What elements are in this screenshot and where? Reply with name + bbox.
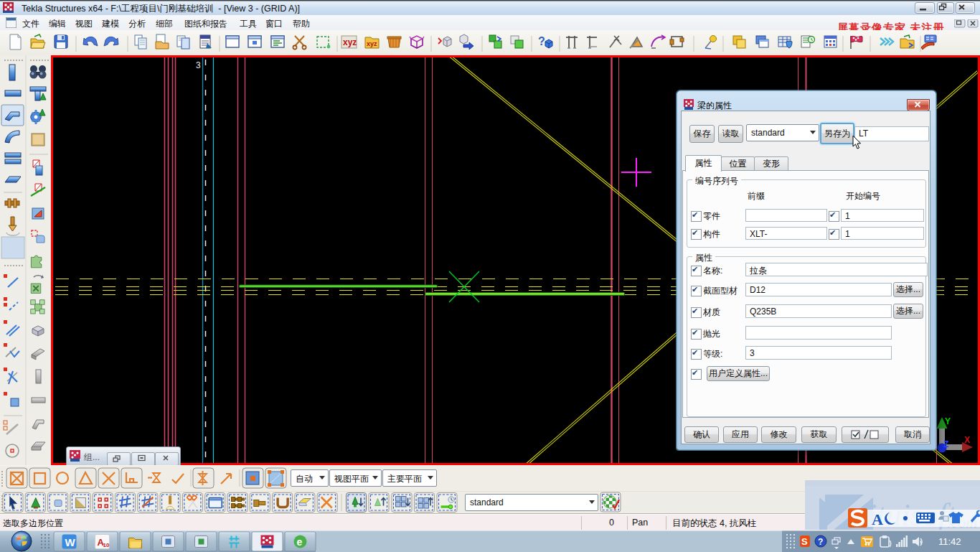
- svg-text:Y: Y: [945, 416, 951, 426]
- svg-text:Z: Z: [943, 439, 948, 449]
- svg-text:X: X: [964, 435, 970, 445]
- svg-text:W: W: [65, 536, 76, 548]
- svg-text:?: ?: [538, 35, 545, 47]
- svg-text:?: ?: [818, 537, 823, 547]
- svg-text:11:42: 11:42: [938, 536, 961, 547]
- svg-text:S: S: [801, 536, 808, 547]
- svg-text:e: e: [297, 536, 303, 548]
- svg-text:A: A: [872, 510, 883, 528]
- svg-text:xyz: xyz: [367, 40, 377, 47]
- svg-text:xyz: xyz: [343, 37, 357, 47]
- svg-text:10: 10: [103, 542, 110, 548]
- svg-text:3: 3: [196, 60, 201, 70]
